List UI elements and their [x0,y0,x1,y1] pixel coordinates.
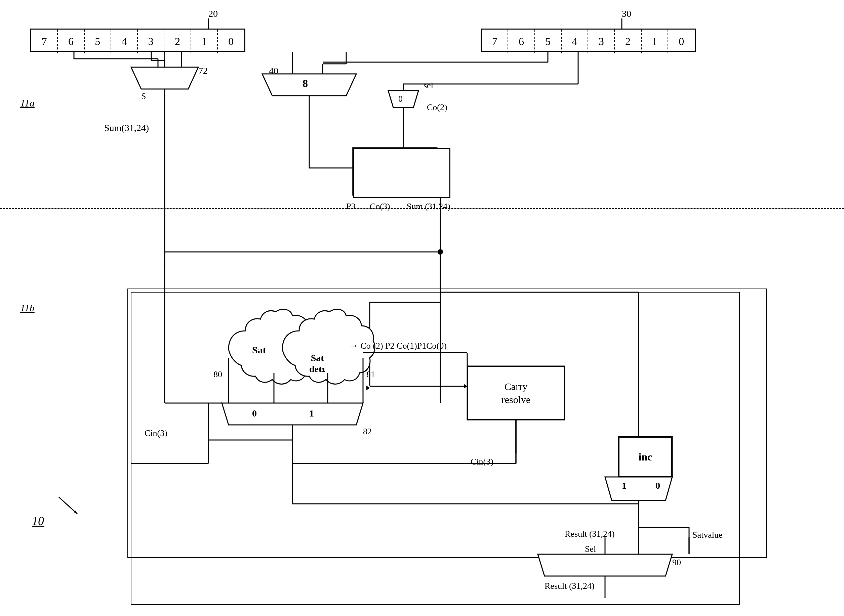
label-co2-p2-line: → Co (2) P2 Co(1)P1Co(0) [350,341,447,351]
reg1-cell-7: 7 [31,29,58,53]
svg-marker-8 [262,74,356,96]
svg-marker-48 [538,554,672,576]
reg1-cell-4: 4 [111,29,138,53]
ref-72: 72 [198,66,208,76]
reg1-cell-0: 0 [218,29,244,53]
label-s: S [141,91,146,101]
reg2-cell-2: 2 [615,29,641,53]
label-co3: Co(3) [370,201,390,211]
label-sum-mid: Sum (31,24) [407,201,450,211]
label-sel: Sel [585,544,596,554]
svg-point-24 [438,249,443,255]
reg2-cell-7: 7 [482,29,508,53]
ref-80: 80 [213,370,222,380]
inc-label: inc [639,451,653,463]
wires-svg [0,0,844,616]
label-cin3-left: Cin(3) [144,428,168,438]
sat-det-text: Sat det₁ [309,353,325,374]
ref-10: 10 [32,514,44,528]
label-0-mux-right: 0 [656,480,660,491]
label-cin3-right: Cin(3) [471,457,493,467]
reg2-cell-0: 0 [668,29,695,53]
svg-marker-72 [366,386,370,390]
reg1-cell-5: 5 [85,29,111,53]
reg2-cell-5: 5 [535,29,562,53]
label-sel-mux40: sel [423,81,433,91]
carry-resolve-box: Carry resolve [467,366,565,420]
label-1-mux-right: 1 [622,480,626,491]
label-co2-p2-text: Co (2) P2 Co(1)P1Co(0) [361,341,447,351]
label-result1: Result (31,24) [565,529,615,539]
label-8: 8 [303,77,308,90]
reg2-cell-3: 3 [588,29,615,53]
reg2-cell-4: 4 [562,29,588,53]
carry-resolve-label: Carry resolve [501,380,531,406]
label-co2: Co(2) [427,103,447,113]
inc-box: inc [619,437,672,477]
label-sum-top: Sum(31,24) [104,123,149,133]
label-sat-det: Sat det₁ [309,342,325,374]
label-result2: Result (31,24) [544,581,595,591]
ref-30: 30 [622,9,631,19]
ref-20: 20 [209,9,218,19]
arrow-icon: → [350,341,358,351]
ref-90: 90 [672,557,681,568]
register-1: 7 6 5 4 3 2 1 0 [30,29,246,52]
label-1-mux-left: 1 [309,408,314,419]
ref-40: 40 [269,66,278,76]
label-satvalue: Satvalue [693,530,723,540]
svg-line-93 [59,497,77,514]
label-11a: 11a [20,97,35,109]
reg2-cell-1: 1 [642,29,668,53]
label-0-mux-left: 0 [252,408,257,419]
pipeline-block [353,148,450,198]
svg-marker-94 [74,510,77,514]
label-sat: Sat [252,344,266,356]
svg-marker-40 [222,403,363,425]
circuit-diagram: 20 30 7 6 5 4 3 2 1 0 7 6 5 4 3 2 1 0 72… [0,0,844,616]
reg1-cell-1: 1 [191,29,218,53]
ref-82: 82 [363,427,372,437]
label-p3: P3 [346,201,355,211]
register-2: 7 6 5 4 3 2 1 0 [481,29,696,52]
label-11b: 11b [20,302,35,314]
reg1-cell-2: 2 [165,29,191,53]
label-0-co: 0 [398,94,403,104]
reg1-cell-3: 3 [138,29,165,53]
ref-81: 81 [366,370,375,380]
svg-marker-37 [605,477,672,500]
svg-rect-29 [128,289,766,557]
reg1-cell-6: 6 [58,29,84,53]
svg-marker-15 [388,91,419,107]
svg-marker-2 [131,67,198,89]
svg-marker-32 [464,384,467,389]
reg2-cell-6: 6 [508,29,535,53]
